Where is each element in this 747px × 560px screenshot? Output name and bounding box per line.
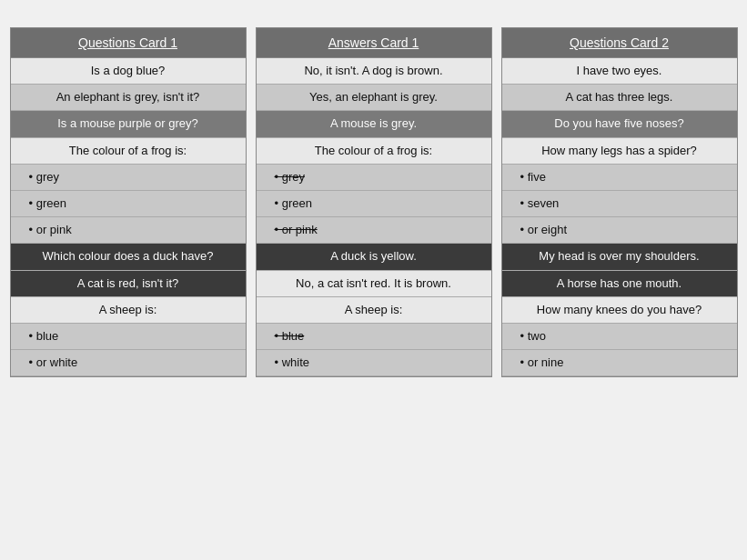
- cards-container: Questions Card 1Is a dog blue?An elephan…: [10, 27, 738, 377]
- questions-card-2-row-8: A horse has one mouth.: [502, 271, 737, 297]
- questions-card-2-row-5: • seven: [502, 191, 737, 217]
- answers-card-1-row-10: • blue: [257, 324, 491, 350]
- answers-card-1-row-0: No, it isn't. A dog is brown.: [257, 58, 491, 85]
- questions-card-2-row-0: I have two eyes.: [502, 58, 737, 85]
- questions-card-1-row-11: • or white: [11, 350, 246, 376]
- questions-card-2-row-4: • five: [502, 165, 737, 191]
- questions-card-2-row-11: • or nine: [502, 350, 737, 376]
- questions-card-2-row-9: How many knees do you have?: [502, 297, 737, 324]
- answers-card-1-row-8: No, a cat isn't red. It is brown.: [257, 271, 491, 297]
- questions-card-1-row-0: Is a dog blue?: [11, 58, 246, 85]
- questions-card-2-row-10: • two: [502, 324, 737, 350]
- questions-card-1-row-8: A cat is red, isn't it?: [11, 271, 246, 297]
- questions-card-2-row-3: How many legs has a spider?: [502, 138, 737, 165]
- answers-card-1-row-6: • or pink: [257, 217, 491, 244]
- answers-card-1-row-7: A duck is yellow.: [257, 244, 491, 270]
- questions-card-1-row-6: • or pink: [11, 217, 246, 244]
- questions-card-2-row-1: A cat has three legs.: [502, 85, 737, 111]
- questions-card-2-header: Questions Card 2: [502, 28, 737, 58]
- questions-card-1-row-2: Is a mouse purple or grey?: [11, 111, 246, 137]
- questions-card-2-row-7: My head is over my shoulders.: [502, 244, 737, 270]
- questions-card-1-row-7: Which colour does a duck have?: [11, 244, 246, 270]
- answers-card-1-row-5: • green: [257, 191, 491, 217]
- answers-card-1-row-11: • white: [257, 350, 491, 376]
- answers-card-1-row-4: • grey: [257, 165, 491, 191]
- questions-card-1-row-3: The colour of a frog is:: [11, 138, 246, 165]
- questions-card-1-row-1: An elephant is grey, isn't it?: [11, 85, 246, 111]
- questions-card-1-row-10: • blue: [11, 324, 246, 350]
- answers-card-1-header: Answers Card 1: [257, 28, 491, 58]
- answers-card-1-row-1: Yes, an elephant is grey.: [257, 85, 491, 111]
- questions-card-2-row-6: • or eight: [502, 217, 737, 244]
- questions-card-1-row-5: • green: [11, 191, 246, 217]
- answers-card-1-row-3: The colour of a frog is:: [257, 138, 491, 165]
- questions-card-2: Questions Card 2I have two eyes.A cat ha…: [501, 27, 738, 377]
- answers-card-1-row-9: A sheep is:: [257, 297, 491, 324]
- questions-card-1-row-9: A sheep is:: [11, 297, 246, 324]
- questions-card-1-header: Questions Card 1: [11, 28, 246, 58]
- answers-card-1-row-2: A mouse is grey.: [257, 111, 491, 137]
- questions-card-1: Questions Card 1Is a dog blue?An elephan…: [10, 27, 247, 377]
- answers-card-1: Answers Card 1No, it isn't. A dog is bro…: [256, 27, 492, 377]
- questions-card-2-row-2: Do you have five noses?: [502, 111, 737, 137]
- questions-card-1-row-4: • grey: [11, 165, 246, 191]
